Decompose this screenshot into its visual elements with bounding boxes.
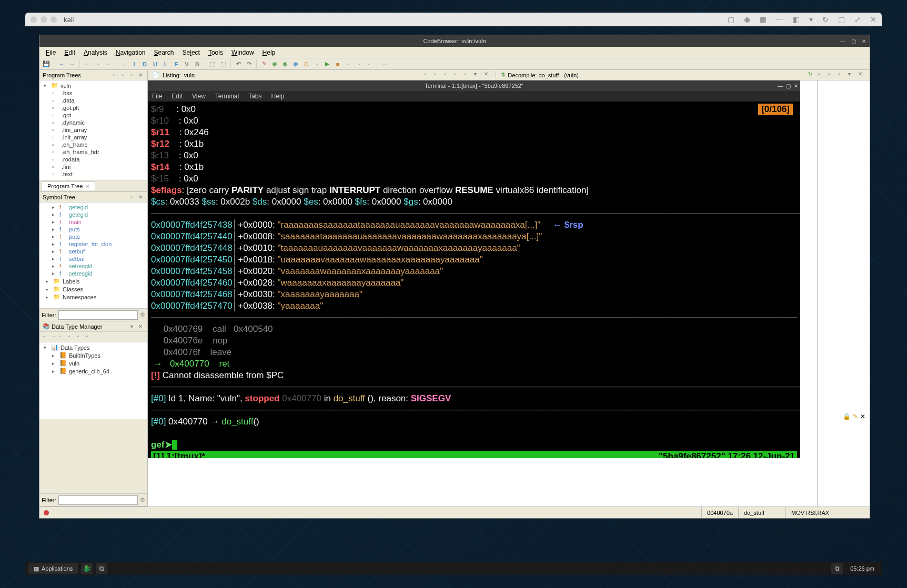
pt-close-icon[interactable]: ✕: [137, 72, 144, 79]
st-icon-1[interactable]: ▫: [128, 194, 135, 201]
tb-L-icon[interactable]: L: [161, 59, 170, 69]
terminal-titlebar[interactable]: Terminal - 1:1:[tmux] - "5ba9fe867252" —…: [148, 80, 800, 91]
tb-I-icon[interactable]: I: [129, 59, 139, 69]
undo-icon[interactable]: ↶: [234, 59, 243, 69]
dtm-item[interactable]: ▸📙BuiltInTypes: [41, 351, 146, 359]
dtm-tb-2[interactable]: ▫: [68, 333, 76, 341]
taskbar-tray-icon[interactable]: ⧉: [831, 563, 843, 574]
vm-icon-8[interactable]: ▢: [838, 15, 845, 24]
symbol-func[interactable]: ▸fsetbuf: [41, 255, 146, 262]
dtm-item[interactable]: ▸📙generic_clib_64: [41, 367, 146, 375]
symbol-func[interactable]: ▸fgetegid: [41, 204, 146, 211]
section-item[interactable]: ▫.dynamic: [41, 119, 146, 126]
dtm-item[interactable]: ▸📙vuln: [41, 359, 146, 367]
term-close-icon[interactable]: ✕: [794, 83, 798, 89]
tb-g6[interactable]: ▫: [344, 59, 353, 69]
section-item[interactable]: ▫.fini: [41, 163, 146, 170]
tb-pencil-icon[interactable]: ✎: [259, 59, 269, 69]
ghidra-titlebar[interactable]: CodeBrowser: vuln:/vuln — ▢ ✕: [39, 35, 870, 47]
menu-analysis[interactable]: Analysis: [80, 48, 110, 57]
term-menu-view[interactable]: View: [192, 93, 206, 100]
menu-select[interactable]: Select: [179, 48, 203, 57]
section-item[interactable]: ▫.data: [41, 97, 146, 104]
minimize-traffic-light[interactable]: [41, 16, 47, 23]
ghidra-maximize-icon[interactable]: ▢: [850, 37, 857, 45]
program-tree-tab[interactable]: Program Tree×: [42, 181, 95, 190]
ch-1[interactable]: ▫: [424, 71, 432, 79]
symbol-func[interactable]: ▸fsetresgid: [41, 262, 146, 270]
tb-misc-1[interactable]: ⬚: [208, 59, 217, 69]
tb-g8[interactable]: ▫: [365, 59, 374, 69]
tb-icon-2[interactable]: ▫: [93, 59, 103, 69]
menu-search[interactable]: Search: [150, 48, 177, 57]
symbol-func[interactable]: ▸fgetegid: [41, 211, 146, 218]
lock-icon[interactable]: 🔒: [843, 413, 851, 420]
pt-icon-2[interactable]: ▫: [119, 72, 126, 79]
tb-g2[interactable]: ◉: [280, 59, 290, 69]
dtm-tb-3[interactable]: ▫: [77, 333, 85, 341]
section-item[interactable]: ▫.bss: [41, 89, 146, 97]
menu-navigation[interactable]: Navigation: [113, 48, 149, 57]
program-trees-body[interactable]: ▾📁vuln ▫.bss▫.data▫.got.plt▫.got▫.dynami…: [39, 80, 147, 180]
dc-3[interactable]: ▫: [838, 71, 846, 79]
ghidra-minimize-icon[interactable]: —: [839, 37, 846, 45]
symbol-group[interactable]: ▸📁Labels: [41, 277, 146, 285]
dtm-root[interactable]: ▾📊Data Types: [41, 343, 146, 351]
tree-root[interactable]: ▾📁vuln: [41, 82, 146, 89]
term-menu-terminal[interactable]: Terminal: [215, 93, 239, 100]
section-item[interactable]: ▫.init_array: [41, 134, 146, 141]
vm-icon-10[interactable]: ✕: [870, 15, 876, 24]
dtm-tb-4[interactable]: ▫: [86, 333, 94, 341]
tb-F-icon[interactable]: F: [172, 59, 181, 69]
vm-icon-3[interactable]: ▦: [760, 15, 767, 24]
tb-D-icon[interactable]: ↓: [119, 59, 128, 69]
back-icon[interactable]: ←: [57, 59, 66, 69]
save-icon[interactable]: 💾: [42, 59, 51, 69]
symbol-group[interactable]: ▸📁Namespaces: [41, 293, 146, 301]
dtm-menu-icon[interactable]: ▾: [128, 323, 135, 330]
dc-1[interactable]: ▫: [818, 71, 827, 79]
dc-2[interactable]: ▫: [828, 71, 837, 79]
section-item[interactable]: ▫.got: [41, 111, 146, 119]
symbol-func[interactable]: ▸fsetresgid: [41, 270, 146, 277]
tb-g3[interactable]: ◉: [291, 59, 300, 69]
menu-file[interactable]: File: [43, 48, 59, 57]
vm-icon-9[interactable]: ⤢: [854, 15, 861, 24]
taskbar-terminal-icon[interactable]: ⧉: [96, 563, 107, 574]
symbol-group[interactable]: ▸📁Classes: [41, 285, 146, 293]
terminal-content[interactable]: $r9 : 0x0$r10 : 0x0$r11 : 0x246$r12 : 0x…: [148, 102, 800, 458]
tb-B-icon[interactable]: B: [193, 59, 202, 69]
tb-g9[interactable]: ▫: [380, 59, 389, 69]
tb-V-icon[interactable]: V: [182, 59, 192, 69]
term-maximize-icon[interactable]: ▢: [786, 83, 791, 89]
symbol-filter-input[interactable]: [58, 310, 138, 320]
tb-g4[interactable]: C: [301, 59, 311, 69]
listing-tab[interactable]: 📄 Listing: vuln: [148, 72, 199, 78]
vm-icon-1[interactable]: ▢: [728, 15, 734, 24]
ch-3[interactable]: ▫: [444, 71, 452, 79]
tb-misc-2[interactable]: ⬚: [218, 59, 228, 69]
vm-icon-4[interactable]: ⋯: [776, 15, 783, 24]
term-menu-help[interactable]: Help: [271, 93, 285, 100]
tb-g1[interactable]: ◉: [270, 59, 279, 69]
symbol-func[interactable]: ▸fputs: [41, 226, 146, 233]
section-item[interactable]: ▫.rodata: [41, 156, 146, 163]
tb-U-icon[interactable]: U: [150, 59, 160, 69]
pt-icon-1[interactable]: ▫: [110, 72, 117, 79]
menu-edit[interactable]: Edit: [61, 48, 78, 57]
dc-refresh-icon[interactable]: ↻: [808, 71, 817, 79]
symbol-func[interactable]: ▸fmain: [41, 218, 146, 226]
ch-close-icon[interactable]: ✕: [484, 71, 492, 79]
panel-close-icon[interactable]: ✕: [860, 413, 865, 420]
section-item[interactable]: ▫.eh_frame_hdr: [41, 148, 146, 156]
symbol-func[interactable]: ▸fregister_tm_clon: [41, 240, 146, 248]
menu-tools[interactable]: Tools: [205, 48, 226, 57]
symbol-tree-body[interactable]: ▸fgetegid▸fgetegid▸fmain▸fputs▸fputs▸fre…: [39, 202, 147, 308]
ch-5[interactable]: ▫: [464, 71, 472, 79]
menu-window[interactable]: Window: [228, 48, 257, 57]
dtm-back-icon[interactable]: ←: [42, 333, 49, 341]
section-item[interactable]: ▫.eh_frame: [41, 141, 146, 148]
tab-close-icon[interactable]: ×: [86, 183, 89, 189]
edit-icon[interactable]: ✎: [853, 413, 858, 420]
ch-4[interactable]: ▫: [454, 71, 462, 79]
